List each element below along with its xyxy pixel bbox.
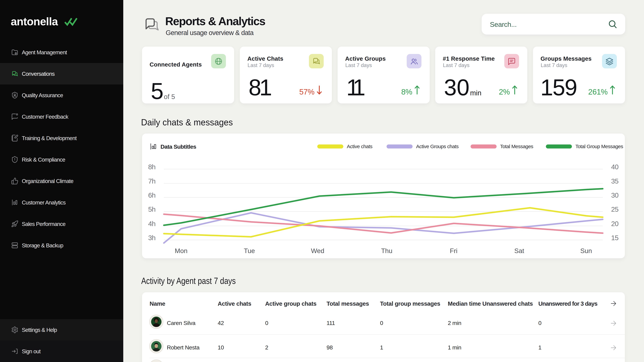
svg-text:Fri: Fri	[450, 247, 457, 254]
svg-text:8h: 8h	[148, 163, 156, 171]
svg-text:15: 15	[611, 234, 618, 242]
svg-text:Wed: Wed	[311, 247, 324, 254]
svg-text:Mon: Mon	[175, 247, 188, 254]
svg-text:20: 20	[611, 220, 618, 228]
svg-text:40: 40	[611, 163, 618, 171]
svg-text:30: 30	[611, 191, 618, 199]
svg-text:Sun: Sun	[580, 247, 592, 254]
svg-text:5h: 5h	[148, 205, 156, 213]
svg-text:6h: 6h	[148, 191, 156, 199]
svg-text:35: 35	[611, 177, 618, 185]
svg-text:Sat: Sat	[514, 247, 524, 254]
svg-text:Tue: Tue	[244, 247, 255, 254]
svg-text:25: 25	[611, 205, 618, 213]
svg-text:3h: 3h	[148, 234, 156, 242]
svg-text:Thu: Thu	[381, 247, 392, 254]
svg-text:4h: 4h	[148, 220, 156, 228]
svg-text:7h: 7h	[148, 177, 156, 185]
